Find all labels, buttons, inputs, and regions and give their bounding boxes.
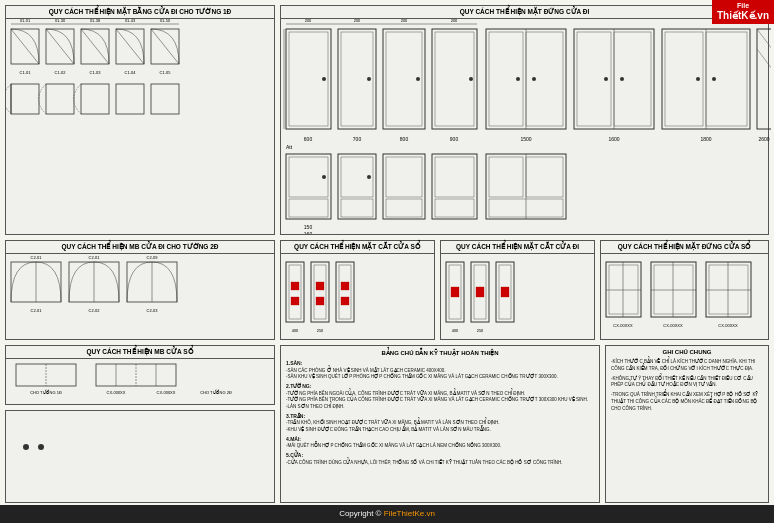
logo-top: File [737,2,749,10]
svg-rect-152 [609,265,638,314]
note-san-2: -SÀN KHU VỆ SINH QUÉT LỚP PHÒNG HỢP CHỐN… [286,374,594,381]
door-sections: 400 250 [441,254,594,336]
svg-rect-127 [289,265,301,319]
svg-point-70 [469,77,473,81]
svg-text:Att: Att [286,144,293,150]
section-mat-cat-cua-di: QUY CÁCH THỂ HIỆN MẶT CẮT CỬA ĐI 400 250 [440,240,595,340]
svg-text:C1-09: C1-09 [20,118,32,119]
copyright-bar: Copyright © FileThietKe.vn [0,505,774,523]
svg-rect-80 [526,32,563,126]
svg-text:CX-000XX: CX-000XX [157,390,176,395]
note-mai-1: -MÁI QUÉT HỖN HỢP CHỐNG THẤM GỐC XI MĂNG… [286,443,594,450]
svg-rect-116 [386,157,422,197]
svg-rect-69 [435,32,474,126]
svg-rect-98 [757,29,771,129]
svg-rect-107 [289,199,328,217]
section-top-right: QUY CÁCH THỂ HIỆN MẶT ĐỨNG CỬA ĐI 600 70… [280,5,769,235]
svg-rect-157 [654,265,693,314]
svg-text:CHO TƯỜNG 1Đ: CHO TƯỜNG 1Đ [30,389,62,395]
svg-rect-134 [336,262,354,322]
svg-text:C2-01: C2-01 [31,308,43,313]
svg-rect-124 [526,157,563,197]
svg-rect-133 [316,297,324,305]
svg-text:CX-00XXX: CX-00XXX [718,323,738,328]
svg-point-108 [322,175,326,179]
svg-point-58 [322,77,326,81]
note-tran-1: -TRẦN KHÔ, KHỐI SINH HOẠT ĐƯỢC TRÁT VỮA … [286,420,594,427]
section-mid-left: QUY CÁCH THỂ HIỆN MB CỬA ĐI CHO TƯỜNG 2Đ… [5,240,275,340]
svg-rect-136 [341,282,349,290]
svg-rect-130 [311,262,329,322]
svg-text:C1-04: C1-04 [125,70,137,75]
svg-point-62 [367,77,371,81]
mat-dung-cua-so-title: QUY CÁCH THỂ HIỆN MẶT ĐỨNG CỬA SỔ [601,241,768,254]
svg-text:CX-00XXX: CX-00XXX [613,323,633,328]
mat-cat-cua-so-title: QUY CÁCH THỂ HIỆN MẶT CẮT CỬA SỔ [281,241,434,254]
mb-cua-so-title: QUY CÁCH THỂ HIỆN MB CỬA SỔ [6,346,274,359]
svg-rect-129 [291,297,299,305]
svg-point-95 [696,77,700,81]
svg-text:400: 400 [292,328,299,333]
svg-rect-128 [291,282,299,290]
svg-text:2600: 2600 [758,136,769,142]
ghi-chu-2: -KHÔNG TỰ Ý THAY ĐỔI THIẾT KẾ NẾU CẦN TH… [611,376,763,390]
section-ghi-chu: GHI CHÚ CHUNG -KÍCH THƯỚC BẢN VẼ CHỈ LÀ … [605,345,769,503]
svg-rect-120 [435,199,474,217]
svg-text:C2-01: C2-01 [31,255,43,260]
bang-chu-dan-title: BẢNG CHÚ DẪN KỸ THUẬT HOÀN THIỆN [284,349,596,356]
main-container: File ThiếtKế.vn QUY CÁCH THỂ HIỆN MẶT BẰ… [0,0,774,523]
svg-line-13 [151,29,179,64]
svg-text:900: 900 [450,136,459,142]
ghi-chu-3: -TRONG QUÁ TRÌNH TRIỂN KHAI CẦN XEM XÉT … [611,392,763,412]
svg-rect-113 [341,199,373,217]
svg-text:250: 250 [477,328,484,333]
svg-text:200: 200 [354,19,361,23]
svg-text:200: 200 [305,19,312,23]
svg-rect-118 [432,154,477,219]
svg-rect-26 [81,84,109,114]
svg-text:01-30: 01-30 [55,19,66,23]
note-tuong-2: -TƯỜNG PHÍA BÊN TRONG CỦA CÔNG TRÌNH ĐƯỢ… [286,397,594,404]
svg-line-10 [116,29,144,64]
svg-point-96 [712,77,716,81]
svg-text:150: 150 [304,224,313,230]
bang-chu-dan-content: 1.SÀN: -SÀN CÁC PHÒNG Ở NHÀ VỆ SINH VÀ M… [284,358,596,468]
section-mat-dung-cua-so: QUY CÁCH THỂ HIỆN MẶT ĐỨNG CỬA SỔ CX-00X… [600,240,769,340]
svg-point-82 [532,77,536,81]
logo-badge[interactable]: File ThiếtKế.vn [712,0,774,24]
svg-text:C2-09: C2-09 [147,255,159,260]
svg-point-66 [416,77,420,81]
logo-main: ThiếtKế.vn [717,10,769,22]
svg-line-4 [46,29,74,64]
svg-text:600: 600 [304,136,313,142]
svg-point-81 [516,77,520,81]
svg-text:CHO TƯỜNG 2Đ: CHO TƯỜNG 2Đ [200,389,232,395]
drawing-area: File ThiếtKế.vn QUY CÁCH THỂ HIỆN MẶT BẰ… [0,0,774,523]
window-sections: 400 250 [281,254,434,336]
svg-rect-24 [46,84,74,114]
section-notes-left [5,410,275,503]
door-plans-1d: C1-01 C1-02 C1-03 C1-04 [6,19,274,119]
svg-rect-87 [614,32,651,126]
svg-rect-21 [11,84,39,114]
svg-rect-142 [451,287,459,297]
ghi-chu-title: GHI CHÚ CHUNG [609,349,765,355]
svg-text:CX-00XXX: CX-00XXX [663,323,683,328]
svg-rect-111 [338,154,376,219]
svg-text:C2-02: C2-02 [89,308,101,313]
svg-rect-123 [489,157,523,197]
svg-rect-105 [286,154,331,219]
svg-text:160: 160 [304,231,313,234]
svg-point-114 [367,175,371,179]
door-plans-2d: C2-01 C2-02 C2-03 C2-01 C2-01 C2-09 [6,254,274,334]
svg-text:1800: 1800 [700,136,711,142]
svg-rect-28 [116,84,144,114]
svg-line-1 [11,29,39,64]
svg-text:C1-01: C1-01 [20,70,32,75]
svg-point-88 [604,77,608,81]
copyright-link[interactable]: FileThietKe.vn [384,509,435,518]
svg-text:CX-000XX: CX-000XX [107,390,126,395]
svg-text:200: 200 [451,19,458,23]
svg-text:1500: 1500 [520,136,531,142]
top-right-title: QUY CÁCH THỂ HIỆN MẶT ĐỨNG CỬA ĐI [281,6,768,19]
